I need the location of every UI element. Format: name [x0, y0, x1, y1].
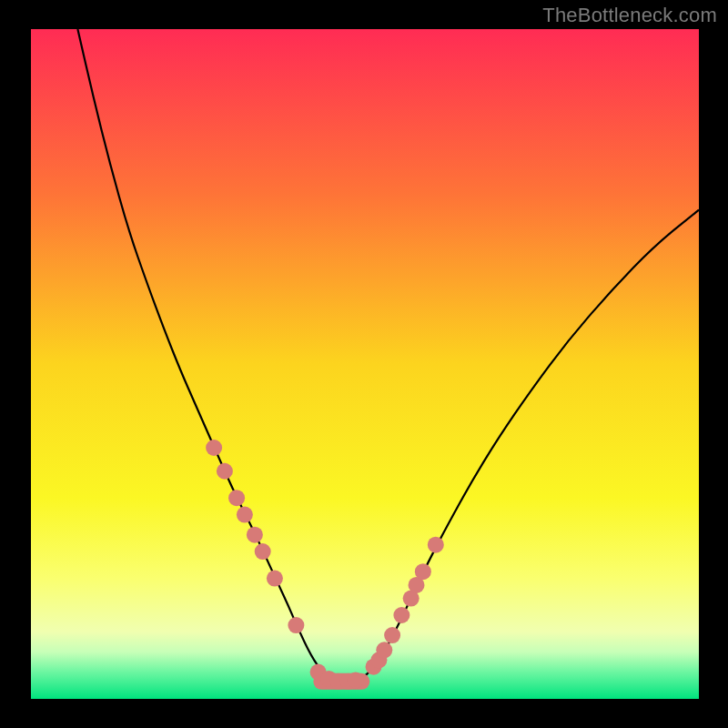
highlight-point: [217, 463, 233, 480]
highlight-point: [428, 537, 444, 553]
highlight-point: [376, 642, 392, 658]
highlight-point: [415, 563, 431, 580]
highlight-point: [348, 672, 364, 688]
highlight-point: [267, 571, 283, 587]
highlight-point: [237, 507, 253, 523]
highlight-point: [247, 527, 263, 543]
highlight-point: [206, 440, 222, 456]
highlight-point: [384, 627, 400, 643]
highlight-point: [228, 490, 245, 506]
plot-background: [31, 29, 699, 699]
watermark-text: TheBottleneck.com: [542, 4, 717, 27]
highlight-point: [288, 617, 304, 633]
highlight-point: [255, 543, 271, 560]
bottleneck-chart: [0, 0, 728, 728]
highlight-point: [393, 607, 410, 623]
